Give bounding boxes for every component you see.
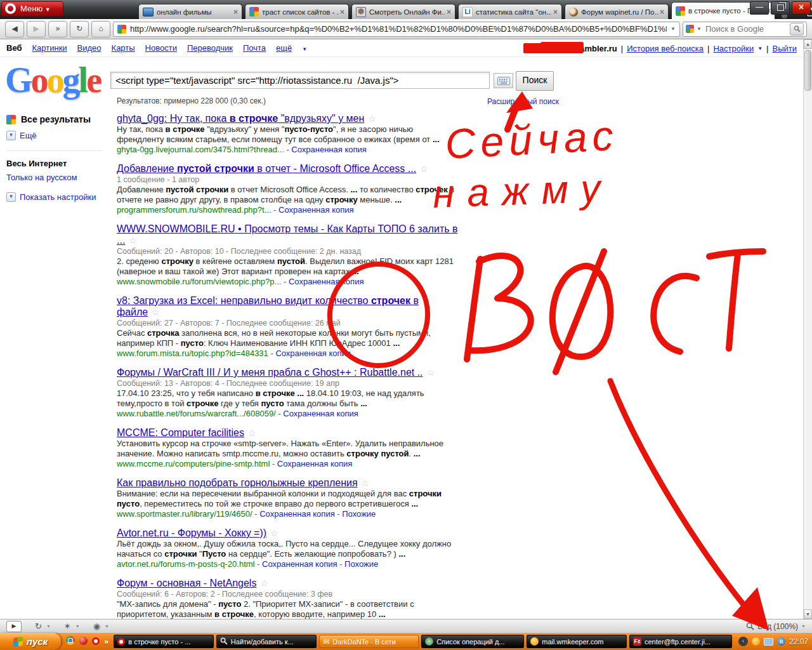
cached-copy-link[interactable]: Сохраненная копия: [262, 559, 337, 569]
taskbar-item-1[interactable]: в строчке пусто - ...: [114, 635, 214, 648]
restore-button[interactable]: [771, 1, 790, 15]
search-go-button[interactable]: [790, 23, 804, 36]
cached-copy-link[interactable]: Сохраненная копия: [289, 277, 364, 286]
star-icon[interactable]: ☆: [270, 528, 278, 538]
star-icon[interactable]: ☆: [362, 478, 370, 488]
network-tray-icon[interactable]: [764, 638, 773, 646]
result-title-link[interactable]: Avtor.net.ru - Форумы - Хокку =)): [117, 527, 266, 538]
cached-copy-link[interactable]: Похожие: [344, 559, 378, 569]
fast-forward-button[interactable]: »: [48, 21, 67, 37]
quick-launch-overflow-icon[interactable]: »: [104, 637, 108, 646]
result-title-link[interactable]: WWW.SNOWMOBILE.RU • Просмотр темы - Как …: [117, 223, 457, 246]
star-icon[interactable]: ☆: [248, 428, 256, 438]
nav-item-Переводчик[interactable]: Переводчик: [187, 43, 233, 53]
taskbar-item-4[interactable]: Список операций д...: [421, 635, 524, 648]
back-button[interactable]: ◀: [5, 21, 24, 37]
search-button[interactable]: Поиск: [516, 71, 554, 91]
nav-item-Новости[interactable]: Новости: [145, 43, 177, 53]
sidebar-show-settings[interactable]: ▼ Показать настройки: [6, 192, 109, 202]
page-scrollbar[interactable]: ▲ ▼: [803, 39, 812, 619]
query-input[interactable]: [110, 72, 490, 89]
nav-item-Видео[interactable]: Видео: [77, 43, 102, 53]
result-title-link[interactable]: ghyta_0gg: Ну так, пока в строчке "вдруз…: [117, 113, 364, 124]
result-title-link[interactable]: MCCME: Computer facilities: [117, 427, 244, 438]
close-button[interactable]: ×: [792, 1, 811, 15]
scroll-thumb[interactable]: [804, 50, 811, 91]
browser-tab-4[interactable]: Liстатистика сайта "он...×: [458, 4, 562, 19]
cached-copy-link[interactable]: Сохраненная копия: [278, 205, 354, 215]
browser-tab-1[interactable]: онлайн фильмы×: [138, 4, 242, 19]
star-icon[interactable]: ☆: [420, 164, 428, 174]
sidebar-more[interactable]: ▼ Ещё: [6, 131, 109, 140]
star-icon[interactable]: ☆: [129, 235, 137, 246]
cached-copy-link[interactable]: Сохраненная копия: [259, 509, 335, 519]
virtual-keyboard-button[interactable]: [494, 73, 513, 88]
tab-close-icon[interactable]: ×: [233, 8, 238, 17]
account-link-Настройки[interactable]: Настройки: [713, 44, 754, 53]
cached-copy-link[interactable]: Сохраненная копия: [277, 459, 353, 468]
cached-copy-link[interactable]: Сохраненная копия: [291, 145, 367, 154]
zoom-dropdown-icon[interactable]: ▼: [801, 624, 806, 628]
scroll-down-arrow[interactable]: ▼: [804, 609, 812, 619]
quick-launch-redball-icon[interactable]: [79, 636, 88, 647]
url-field[interactable]: http://www.google.ru/search?hl=ru&source…: [113, 22, 680, 37]
separator: |: [766, 44, 768, 53]
tab-close-icon[interactable]: ×: [553, 8, 558, 17]
result-title-link[interactable]: Форум - основная - NetAngels: [117, 578, 256, 588]
minimize-button[interactable]: —: [750, 1, 769, 15]
scroll-up-arrow[interactable]: ▲: [804, 39, 812, 49]
nav-item-Карты[interactable]: Карты: [112, 43, 135, 53]
search-input[interactable]: [704, 23, 787, 34]
result-title-link[interactable]: v8: Загрузка из Excel: неправильно видит…: [117, 295, 419, 317]
nav-item-ещё[interactable]: ещё: [276, 43, 292, 53]
agent-tray-icon[interactable]: a: [777, 637, 785, 646]
result-title-link[interactable]: Форумы / WarCraft III / И у меня прабла …: [117, 367, 423, 378]
opera-unite-icon[interactable]: ◉: [93, 621, 100, 631]
browser-tab-2[interactable]: траст список сайтов - ...×: [245, 4, 349, 19]
quick-launch-chrome-icon[interactable]: [66, 636, 75, 647]
panels-toggle-button[interactable]: ▶: [6, 621, 22, 632]
star-icon[interactable]: ☆: [368, 114, 376, 124]
unite-dropdown-icon[interactable]: ▼: [105, 624, 109, 628]
cached-copy-link[interactable]: Сохраненная копия: [283, 409, 358, 418]
advanced-search-link[interactable]: Расширенный поиск: [487, 97, 559, 106]
reload-button[interactable]: ↻: [70, 21, 89, 37]
taskbar-item-5[interactable]: mail.wmkeeper.com: [527, 635, 627, 648]
web-search-field[interactable]: ▼: [683, 22, 807, 37]
nav-item-Картинки[interactable]: Картинки: [32, 43, 67, 53]
tab-close-icon[interactable]: ×: [447, 8, 451, 17]
browser-tab-5[interactable]: Форум wapinet.ru / По...×: [565, 4, 669, 19]
taskbar-item-6[interactable]: Fzcenter@ftp.center.ji...: [629, 635, 732, 648]
nav-item-Почта[interactable]: Почта: [243, 43, 266, 53]
star-icon[interactable]: ☆: [260, 578, 268, 588]
result-title-link[interactable]: Как правильно подобрать горнолыжные креп…: [117, 477, 358, 488]
turbo-dropdown-icon[interactable]: ▼: [75, 624, 80, 628]
url-dropdown-icon[interactable]: ▼: [671, 26, 676, 32]
account-link-История веб-поиска[interactable]: История веб-поиска: [627, 44, 704, 53]
opera-turbo-icon[interactable]: ✶: [64, 621, 71, 631]
cached-copy-link[interactable]: Сохраненная копия: [275, 348, 351, 358]
sidebar-all-results[interactable]: Все результаты: [6, 114, 109, 124]
engine-dropdown-icon[interactable]: ▼: [697, 26, 702, 32]
star-icon[interactable]: ☆: [427, 368, 435, 378]
quick-launch-opera-o-icon[interactable]: [92, 636, 100, 647]
webmoney-tray-icon[interactable]: [752, 637, 760, 646]
start-button[interactable]: пуск: [0, 633, 61, 650]
sidebar-russian-only-link[interactable]: Только на русском: [6, 173, 109, 182]
star-icon[interactable]: ☆: [152, 307, 160, 317]
taskbar-item-2[interactable]: Найти/добавить к...: [216, 635, 317, 648]
sync-dropdown-icon[interactable]: ▼: [46, 624, 51, 628]
account-link-Выйти[interactable]: Выйти: [773, 44, 797, 53]
browser-tab-3[interactable]: Смотреть Онлайн Фи...×: [351, 4, 455, 19]
tab-close-icon[interactable]: ×: [660, 8, 664, 17]
opera-link-sync-icon[interactable]: ↻: [35, 621, 42, 631]
tray-collapse-icon[interactable]: ‹: [738, 637, 748, 646]
forward-button[interactable]: ▶: [27, 21, 46, 37]
cached-copy-link[interactable]: Похожие: [342, 509, 376, 519]
zoom-control[interactable]: Вид (100%) ▼: [746, 622, 806, 631]
home-button[interactable]: ⌂: [91, 21, 110, 37]
tab-close-icon[interactable]: ×: [340, 8, 344, 17]
taskbar-item-3[interactable]: ✉DarkDaNTe - В сети: [319, 635, 419, 648]
opera-menu-button[interactable]: Меню ▼: [1, 1, 63, 17]
result-title-link[interactable]: Добавление пустой строчки в отчет - Micr…: [117, 163, 416, 174]
